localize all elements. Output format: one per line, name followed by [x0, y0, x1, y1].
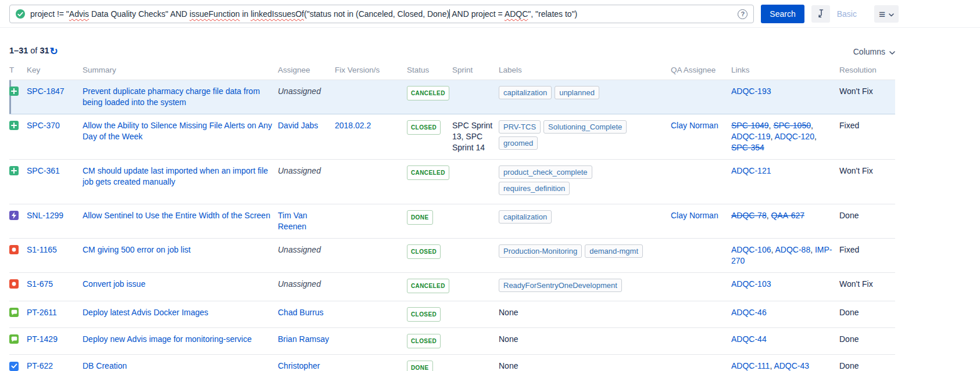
cell-assignee: Unassigned [278, 239, 335, 273]
column-header-sprint[interactable]: Sprint [452, 61, 499, 80]
issue-link[interactable]: ADQC-111 [731, 361, 770, 370]
label-chip[interactable]: unplanned [555, 86, 599, 99]
issue-link[interactable]: ADQC-193 [731, 87, 771, 96]
help-icon[interactable]: ? [738, 9, 747, 19]
cell-fix-version [335, 273, 407, 301]
issue-row[interactable]: S1-675Convert job issueUnassignedCANCELE… [9, 273, 895, 301]
issue-row[interactable]: PT-622DB CreationChristopher TaylorDONEN… [9, 355, 895, 371]
label-chip[interactable]: requires_definition [499, 182, 570, 195]
text-cursor-tool-button[interactable] [811, 5, 830, 23]
column-header-assignee[interactable]: Assignee [278, 61, 335, 80]
label-chip[interactable]: product_check_complete [499, 165, 592, 179]
qa-assignee-link[interactable]: Clay Norman [671, 121, 718, 130]
column-header-summary[interactable]: Summary [83, 61, 278, 80]
issue-link[interactable]: ADQC-44 [731, 334, 767, 344]
label-chip[interactable]: Production-Monitoring [499, 244, 582, 258]
issue-link[interactable]: ADQC-121 [731, 166, 771, 175]
issue-link[interactable]: SPC-1049 [731, 121, 769, 130]
issue-row[interactable]: PT-2611Deploy latest Advis Docker Images… [9, 301, 895, 328]
column-header-resolution[interactable]: Resolution [839, 61, 895, 80]
basic-mode-link[interactable]: Basic [837, 9, 857, 19]
issue-link[interactable]: ADQC-78 [731, 211, 767, 220]
columns-dropdown[interactable]: Columns [853, 47, 895, 56]
assignee-link[interactable]: David Jabs [278, 121, 318, 130]
summary-link[interactable]: Allow Sentinel to Use the Entire Width o… [83, 211, 270, 220]
column-header-links[interactable]: Links [731, 61, 839, 80]
issue-row[interactable]: SPC-361CM should update last imported wh… [9, 160, 895, 204]
label-chip[interactable]: Solutioning_Complete [543, 120, 627, 134]
issue-link[interactable]: ADQC-119 [731, 132, 770, 141]
cell-resolution: Won't Fix [839, 80, 895, 114]
cell-key: PT-2611 [27, 301, 83, 328]
bug-icon [9, 279, 19, 289]
issue-key-link[interactable]: PT-1429 [27, 334, 58, 344]
issue-link[interactable]: ADQC-46 [731, 308, 767, 317]
column-header-t[interactable]: T [9, 61, 27, 80]
jql-search-input[interactable]: project != "Advis Data Quality Checks" A… [9, 5, 754, 23]
issue-key-link[interactable]: SPC-370 [27, 121, 60, 130]
qa-assignee-link[interactable]: Clay Norman [671, 211, 718, 220]
column-header-key[interactable]: Key [27, 61, 83, 80]
issue-row[interactable]: SNL-1299Allow Sentinel to Use the Entire… [9, 204, 895, 239]
summary-link[interactable]: Allow the Ability to Silence Missing Fil… [83, 121, 272, 141]
cell-qa-assignee [671, 239, 731, 273]
label-chip[interactable]: capitalization [499, 210, 552, 224]
summary-link[interactable]: Convert job issue [83, 279, 145, 289]
status-badge: CANCELED [407, 279, 449, 293]
label-chip[interactable]: groomed [499, 136, 538, 150]
issue-link[interactable]: ADQC-120 [774, 132, 814, 141]
summary-link[interactable]: CM should update last imported when an i… [83, 166, 268, 186]
column-header-fix-version-s[interactable]: Fix Version/s [335, 61, 407, 80]
label-chip[interactable]: PRV-TCS [499, 120, 541, 134]
issue-row[interactable]: S1-1165CM giving 500 error on job listUn… [9, 239, 895, 273]
cell-fix-version [335, 239, 407, 273]
issue-row[interactable]: PT-1429Deploy new Advis image for monito… [9, 328, 895, 355]
column-header-labels[interactable]: Labels [499, 61, 671, 80]
issue-key-link[interactable]: SPC-1847 [27, 87, 65, 96]
issue-table: TKeySummaryAssigneeFix Version/sStatusSp… [9, 61, 895, 371]
issue-link[interactable]: ADQC-43 [774, 361, 809, 370]
issue-link[interactable]: SPC-354 [731, 143, 764, 152]
cell-type [9, 114, 27, 160]
query-word-misspelled: ADQC [505, 9, 528, 19]
tools-menu-button[interactable]: ≡ [874, 5, 899, 23]
column-header-qa-assignee[interactable]: QA Assignee [671, 61, 731, 80]
assignee-link[interactable]: Brian Ramsay [278, 334, 329, 344]
issue-key-link[interactable]: PT-622 [27, 361, 53, 370]
refresh-icon[interactable]: ↻ [50, 45, 58, 57]
cell-key: S1-675 [27, 273, 83, 301]
cell-links: ADQC-111, ADQC-43 [731, 355, 839, 371]
query-word-misspelled: Advis [69, 9, 89, 19]
issue-key-link[interactable]: S1-1165 [27, 245, 57, 254]
issue-link[interactable]: SPC-1050 [773, 121, 811, 130]
column-header-status[interactable]: Status [407, 61, 452, 80]
label-chip[interactable]: demand-mgmt [585, 244, 643, 258]
issue-key-link[interactable]: S1-675 [27, 279, 53, 289]
summary-link[interactable]: Prevent duplicate pharmacy charge file d… [83, 87, 260, 107]
issue-key-link[interactable]: SNL-1299 [27, 211, 63, 220]
summary-link[interactable]: Deploy new Advis image for monitoring-se… [83, 334, 252, 344]
fix-version-link[interactable]: 2018.02.2 [335, 121, 371, 130]
hamburger-icon: ≡ [879, 9, 885, 20]
issue-link[interactable]: ADQC-88 [775, 245, 810, 254]
issue-link[interactable]: QAA-627 [771, 211, 804, 220]
cell-qa-assignee [671, 273, 731, 301]
issue-row[interactable]: SPC-1847Prevent duplicate pharmacy charg… [9, 80, 895, 114]
cell-key: SPC-1847 [27, 80, 83, 114]
issue-key-link[interactable]: SPC-361 [27, 166, 60, 175]
assignee-link[interactable]: Chad Burrus [278, 308, 324, 317]
issue-key-link[interactable]: PT-2611 [27, 308, 57, 317]
assignee-link[interactable]: Tim Van Reenen [278, 211, 307, 231]
label-chip[interactable]: capitalization [499, 86, 552, 99]
issue-link[interactable]: ADQC-103 [731, 279, 771, 289]
label-chip[interactable]: ReadyForSentryOneDevelopment [499, 279, 622, 292]
summary-link[interactable]: CM giving 500 error on job list [83, 245, 191, 254]
cell-status: DONE [407, 204, 452, 239]
sprint-text: SPC Sprint 13, SPC Sprint 14 [452, 121, 492, 152]
assignee-link[interactable]: Christopher Taylor [278, 361, 320, 371]
issue-link[interactable]: ADQC-106 [731, 245, 771, 254]
summary-link[interactable]: Deploy latest Advis Docker Images [83, 308, 208, 317]
search-button[interactable]: Search [761, 5, 804, 23]
summary-link[interactable]: DB Creation [83, 361, 127, 370]
issue-row[interactable]: SPC-370Allow the Ability to Silence Miss… [9, 114, 895, 160]
